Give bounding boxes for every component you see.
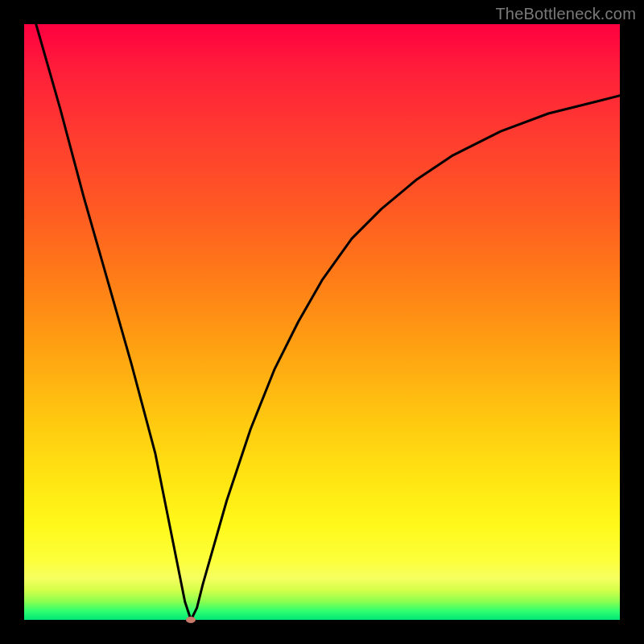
chart-frame: TheBottleneck.com [0,0,644,644]
watermark-text: TheBottleneck.com [495,5,636,23]
plot-area [24,24,620,620]
